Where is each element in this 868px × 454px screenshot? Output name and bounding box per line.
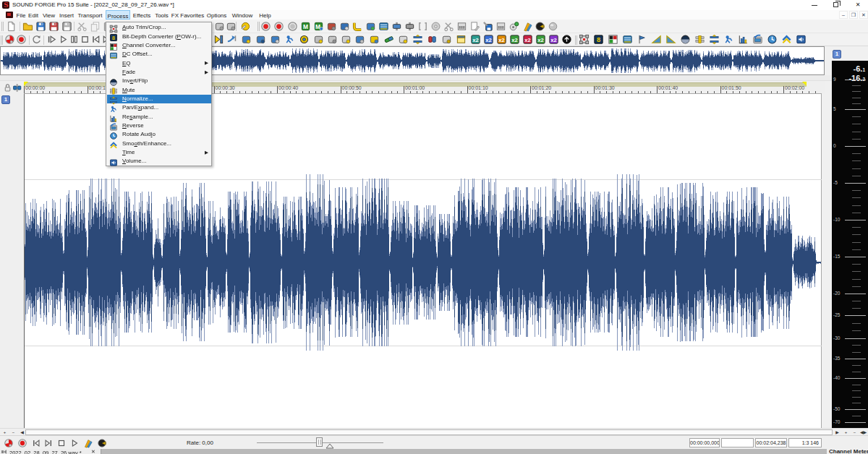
menu-item-channel-converter[interactable]: Channel Converter... bbox=[107, 41, 211, 50]
plug-tool-icon[interactable] bbox=[427, 34, 438, 45]
window-yellow-icon[interactable] bbox=[456, 34, 467, 45]
save-all-icon[interactable] bbox=[61, 21, 72, 32]
tool-pipe-icon[interactable] bbox=[391, 21, 402, 32]
resample-icon[interactable] bbox=[738, 34, 749, 45]
volume-icon[interactable] bbox=[796, 34, 807, 45]
tool-stack-icon[interactable] bbox=[378, 21, 389, 32]
marker-drop-icon[interactable]: M bbox=[313, 21, 324, 32]
tool-find-icon[interactable] bbox=[339, 21, 350, 32]
menu-options[interactable]: Options bbox=[205, 10, 228, 20]
go-to-end-icon[interactable] bbox=[43, 438, 54, 448]
zoom-out-button[interactable]: − bbox=[9, 429, 17, 435]
record-takes-icon[interactable] bbox=[4, 34, 15, 45]
tool-scissors2-icon[interactable] bbox=[443, 21, 454, 32]
stop-icon[interactable] bbox=[80, 34, 90, 45]
stop-icon[interactable] bbox=[56, 438, 67, 448]
record-remote-icon[interactable] bbox=[260, 21, 271, 32]
trim-crop-icon[interactable] bbox=[239, 21, 250, 32]
graphic-fade-icon[interactable] bbox=[637, 34, 647, 45]
record-disabled-icon[interactable] bbox=[287, 21, 298, 32]
tool-cart-icon[interactable] bbox=[326, 21, 337, 32]
sneaker-tool-icon[interactable] bbox=[354, 34, 365, 45]
tool-grid-save-icon[interactable] bbox=[495, 21, 506, 32]
snap-icon[interactable] bbox=[12, 83, 22, 93]
menu-fx-favorites[interactable]: FX Favorites bbox=[171, 10, 205, 20]
play-icon[interactable] bbox=[58, 34, 69, 45]
document-tab[interactable]: 2022_02_28_09_27_26.wav * ✕ bbox=[0, 449, 101, 454]
status-zoom-ratio[interactable]: 1:3 146 bbox=[788, 438, 822, 447]
redo-icon[interactable] bbox=[226, 21, 237, 32]
channel-tab[interactable]: 1 bbox=[1, 95, 10, 104]
document-icon[interactable] bbox=[6, 12, 13, 18]
smooth-enhance-icon[interactable] bbox=[781, 34, 792, 45]
menu-process[interactable]: Process bbox=[106, 10, 130, 20]
mdi-close-button[interactable]: ✕ bbox=[859, 11, 868, 19]
meter-tab[interactable]: 1 bbox=[833, 50, 841, 59]
document-tab-close-icon[interactable]: ✕ bbox=[91, 449, 95, 454]
menu-item-pan-expand[interactable]: Pan/Expand... bbox=[107, 103, 211, 112]
menu-view[interactable]: View bbox=[41, 10, 56, 20]
menu-effects[interactable]: Effects bbox=[132, 10, 152, 20]
tool-keypad-icon[interactable] bbox=[456, 21, 467, 32]
capsule-tool-icon[interactable] bbox=[383, 34, 394, 45]
status-cursor-position[interactable]: 00:00:00,000 bbox=[689, 438, 720, 447]
donut-tool-icon[interactable] bbox=[299, 34, 310, 45]
tool-gate-icon[interactable] bbox=[404, 21, 415, 32]
zoom-in-button[interactable]: + bbox=[1, 429, 9, 435]
scroll-right-button[interactable]: ▶ bbox=[833, 429, 841, 435]
pause-icon[interactable] bbox=[69, 34, 80, 45]
record-icon[interactable] bbox=[16, 34, 27, 45]
menu-help[interactable]: Help bbox=[257, 10, 273, 20]
clock-black-icon[interactable] bbox=[561, 34, 572, 45]
menu-item-dc-offset[interactable]: DC Offset... bbox=[107, 50, 211, 59]
normalize-icon[interactable] bbox=[709, 34, 720, 45]
menu-item-bit-depth-converter-pow-r[interactable]: 8Bit-Depth Converter (POW-r)... bbox=[107, 32, 211, 40]
minimize-button[interactable] bbox=[805, 0, 824, 10]
preset-2-icon[interactable]: x2 bbox=[483, 34, 494, 45]
magnify-a-icon[interactable] bbox=[398, 34, 409, 45]
wrench-tool-icon[interactable] bbox=[327, 34, 338, 45]
tool-pacman-icon[interactable] bbox=[535, 21, 545, 32]
updown-tool-icon[interactable] bbox=[369, 34, 380, 45]
scrollbar-thumb[interactable] bbox=[25, 429, 833, 435]
magnify-b-icon[interactable] bbox=[441, 34, 452, 45]
auto-trim-crop-icon[interactable] bbox=[579, 34, 590, 45]
preset-3-icon[interactable]: x2 bbox=[496, 34, 507, 45]
toolbar-grip[interactable] bbox=[1, 35, 3, 45]
tool-cd-icon[interactable] bbox=[430, 21, 441, 32]
open-file-icon[interactable] bbox=[22, 21, 33, 32]
mdi-minimize-button[interactable]: – bbox=[839, 11, 848, 19]
tool-brackets-icon[interactable] bbox=[417, 21, 428, 32]
pencil-magnify-icon[interactable] bbox=[341, 34, 352, 45]
reverse-icon[interactable] bbox=[752, 34, 763, 45]
menu-item-normalize[interactable]: Normalize... bbox=[107, 95, 211, 103]
go-to-start-icon[interactable] bbox=[31, 438, 41, 448]
lock-icon[interactable] bbox=[3, 83, 12, 93]
status-length[interactable]: 00:02:04,238 bbox=[755, 438, 787, 447]
zoom-out-time-button[interactable]: − bbox=[851, 429, 859, 435]
menu-item-fade[interactable]: Fade▶ bbox=[107, 68, 211, 77]
zoom-in-time-button[interactable]: + bbox=[842, 429, 850, 435]
play-all-icon[interactable] bbox=[46, 34, 57, 45]
menu-insert[interactable]: Insert bbox=[58, 10, 75, 20]
pan-expand-icon[interactable] bbox=[723, 34, 734, 45]
channel-converter-icon[interactable] bbox=[608, 34, 618, 45]
undo-icon[interactable] bbox=[214, 21, 225, 32]
fade-out-icon[interactable] bbox=[665, 34, 676, 45]
zoom-selection-button[interactable]: ◀▶ bbox=[859, 429, 867, 435]
invert-flip-icon[interactable] bbox=[680, 34, 691, 45]
preset-4-icon[interactable]: x2 bbox=[509, 34, 520, 45]
menu-edit[interactable]: Edit bbox=[27, 10, 40, 20]
tool-gear-icon[interactable] bbox=[509, 21, 519, 32]
toolbar-grip[interactable] bbox=[1, 22, 4, 31]
preset-7-icon[interactable]: x2 bbox=[548, 34, 559, 45]
tool-save-opts-icon[interactable] bbox=[482, 21, 493, 32]
edit-tool-icon[interactable] bbox=[213, 34, 224, 45]
menu-transport[interactable]: Transport bbox=[77, 10, 103, 20]
menu-tools[interactable]: Tools bbox=[153, 10, 170, 20]
toolbar-grip[interactable] bbox=[575, 35, 577, 45]
preset-6-icon[interactable]: x2 bbox=[535, 34, 546, 45]
loop-pie-icon[interactable] bbox=[97, 438, 107, 448]
tool-window-icon[interactable] bbox=[365, 21, 376, 32]
copy-icon[interactable] bbox=[90, 21, 101, 32]
